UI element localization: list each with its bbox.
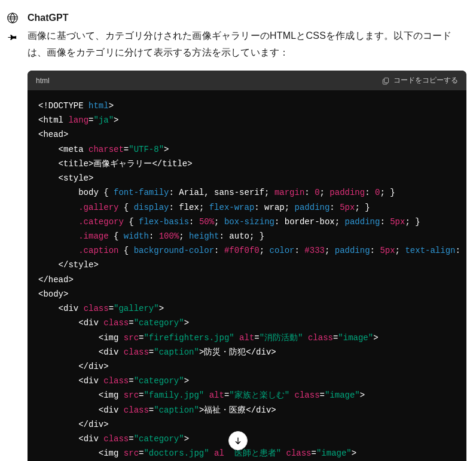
pin-icon[interactable] [7,32,18,43]
chatgpt-logo-icon [7,12,19,24]
svg-rect-1 [385,78,389,83]
code-language-label: html [36,77,50,85]
copy-code-button[interactable]: コードをコピーする [382,75,458,86]
message-gutter [5,11,20,461]
code-header: html コードをコピーする [28,71,466,90]
sender-name: ChatGPT [28,11,466,25]
scroll-down-button[interactable] [228,431,248,450]
clipboard-icon [382,77,390,85]
message-content: ChatGPT 画像に基づいて、カテゴリ分けされた画像ギャラリーのHTMLとCS… [28,11,466,461]
code-content: <!DOCTYPE html> <html lang="ja"> <head> … [28,90,466,461]
message-text: 画像に基づいて、カテゴリ分けされた画像ギャラリーのHTMLとCSSを作成します。… [28,28,466,61]
svg-point-0 [8,13,18,23]
arrow-down-icon [233,436,243,445]
copy-code-label: コードをコピーする [393,75,458,86]
code-block: html コードをコピーする <!DOCTYPE html> <html lan… [28,71,466,461]
